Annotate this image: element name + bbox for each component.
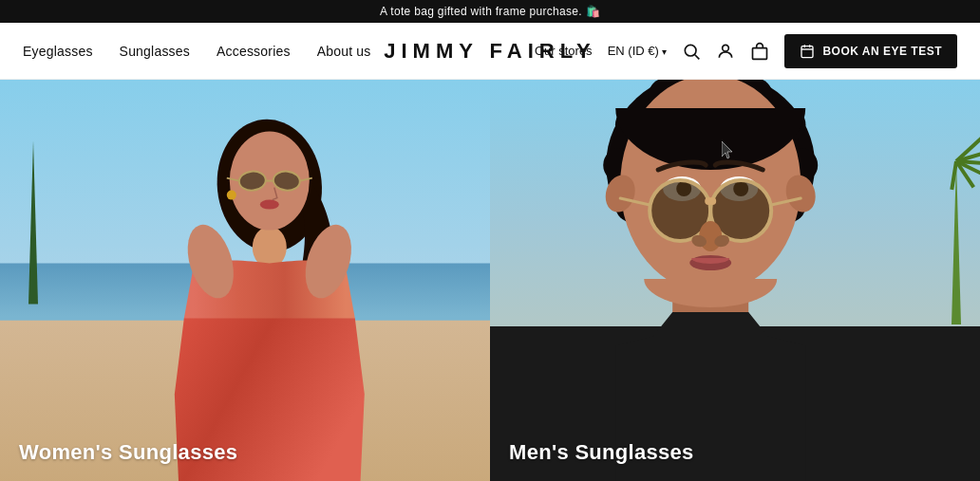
book-eye-test-button[interactable]: BOOK AN EYE TEST bbox=[784, 34, 957, 68]
svg-point-2 bbox=[723, 45, 729, 51]
nav-item-sunglasses[interactable]: Sunglasses bbox=[120, 44, 190, 59]
svg-point-0 bbox=[686, 45, 697, 56]
user-icon[interactable] bbox=[716, 42, 735, 61]
hero-section: Women's Sunglasses Men's Sunglasses bbox=[0, 80, 980, 481]
site-logo[interactable]: JIMMY FAIRLY bbox=[384, 39, 596, 64]
womens-label: Women's Sunglasses bbox=[19, 440, 237, 465]
svg-rect-3 bbox=[753, 47, 767, 59]
search-icon[interactable] bbox=[682, 42, 701, 61]
announcement-text: A tote bag gifted with frame purchase. 🛍… bbox=[380, 5, 600, 18]
nav-right: Our stores EN (ID €) ▾ bbox=[535, 34, 957, 68]
hero-panel-mens[interactable]: Men's Sunglasses bbox=[490, 80, 980, 481]
nav-item-about-us[interactable]: About us bbox=[317, 44, 371, 59]
svg-line-1 bbox=[695, 54, 700, 59]
bag-icon[interactable] bbox=[750, 42, 769, 61]
chevron-down-icon: ▾ bbox=[662, 46, 667, 57]
svg-rect-4 bbox=[801, 46, 813, 57]
hero-panel-womens[interactable]: Women's Sunglasses bbox=[0, 80, 490, 481]
nav-item-accessories[interactable]: Accessories bbox=[217, 44, 291, 59]
mens-label: Men's Sunglasses bbox=[509, 440, 694, 465]
nav-left: Eyeglasses Sunglasses Accessories About … bbox=[23, 44, 371, 59]
language-selector[interactable]: EN (ID €) ▾ bbox=[608, 44, 668, 58]
book-eye-test-label: BOOK AN EYE TEST bbox=[822, 45, 942, 58]
announcement-bar: A tote bag gifted with frame purchase. 🛍… bbox=[0, 0, 980, 23]
nav-item-eyeglasses[interactable]: Eyeglasses bbox=[23, 44, 93, 59]
navbar: Eyeglasses Sunglasses Accessories About … bbox=[0, 23, 980, 80]
